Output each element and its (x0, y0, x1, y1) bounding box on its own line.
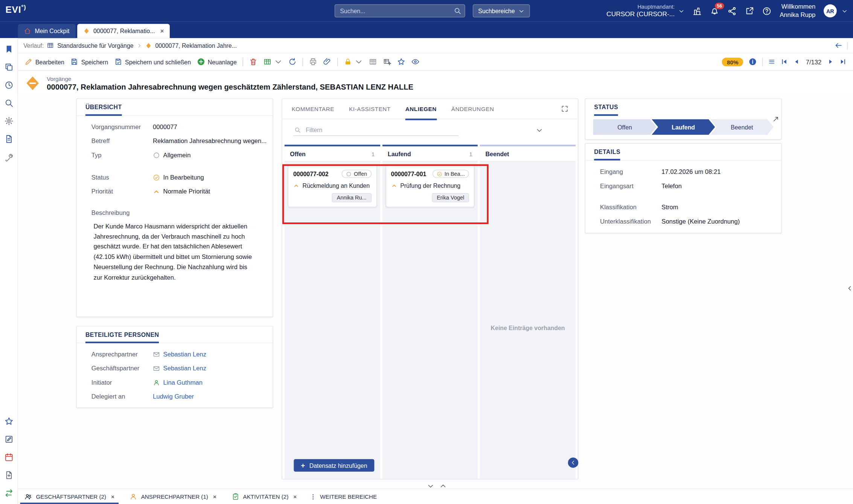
paperclip-icon (323, 58, 332, 66)
list-menu-button[interactable] (768, 58, 775, 65)
tab-close-icon[interactable]: × (213, 493, 216, 500)
help-button[interactable] (762, 6, 772, 16)
open-external-button[interactable] (745, 6, 754, 16)
tab-ki-assistent[interactable]: KI-ASSISTENT (349, 99, 391, 119)
dock-arrow-icon[interactable] (772, 115, 780, 123)
search-icon[interactable] (454, 7, 461, 15)
save-and-close-button[interactable]: Speichern und schließen (114, 58, 191, 66)
new-record-button[interactable]: Neuanlage (197, 58, 237, 66)
field-row: Vorgangsnummer0000077 (77, 120, 273, 134)
chevron-up-icon[interactable] (440, 483, 447, 490)
status-step-offen[interactable]: Offen (593, 119, 657, 135)
tenant-chevron-icon[interactable] (678, 8, 684, 14)
tab-anliegen[interactable]: ANLIEGEN (405, 99, 437, 120)
share-button[interactable] (727, 6, 737, 16)
watch-button[interactable] (411, 58, 420, 66)
collapse-panel-button[interactable] (568, 457, 578, 467)
info-icon[interactable] (749, 58, 757, 66)
sidebar-tools-button[interactable] (4, 152, 14, 162)
tab-aenderungen[interactable]: ÄNDERUNGEN (451, 99, 494, 119)
person-link[interactable]: Ludwig Gruber (153, 393, 194, 400)
sidebar-search-button[interactable] (4, 99, 14, 108)
tab-close-icon[interactable]: × (293, 493, 297, 500)
tab-uebersicht[interactable]: ÜBERSICHT (85, 104, 122, 116)
add-record-button[interactable]: +Datensatz hinzufügen (294, 459, 374, 472)
breadcrumb-item-record[interactable]: 0000077, Reklamation Jahre... (155, 42, 237, 49)
mail-icon (153, 365, 160, 372)
status-step-beendet[interactable]: Beendet (710, 119, 774, 135)
edit-button[interactable]: Bearbeiten (24, 58, 64, 66)
welcome-line2: Annika Rupp (780, 11, 815, 19)
breadcrumb: Verlauf: Standardsuche für Vorgänge 0000… (18, 38, 853, 53)
refresh-button[interactable] (288, 58, 297, 66)
sidebar-bookmarks-button[interactable] (4, 45, 14, 54)
first-record-button[interactable] (781, 58, 788, 65)
more-areas-button[interactable]: WEITERE BEREICHE (310, 489, 377, 504)
expand-icon[interactable] (561, 105, 568, 113)
breadcrumb-item-search[interactable]: Standardsuche für Vorgänge (57, 42, 133, 49)
tab-mein-cockpit[interactable]: Mein Cockpit (18, 24, 76, 38)
toolbar-right: 80% 7/132 (722, 57, 847, 66)
chevron-down-icon[interactable] (536, 127, 543, 134)
assignee-tag: Erika Vogel (432, 193, 469, 203)
person-link[interactable]: Lina Guthman (163, 379, 203, 385)
sidebar-history-button[interactable] (4, 81, 14, 90)
tab-kommentare[interactable]: KOMMENTARE (292, 99, 334, 119)
tab-record[interactable]: 0000077, Reklamatio... × (77, 24, 170, 38)
search-areas-button[interactable]: Suchbereiche (473, 5, 530, 18)
issue-card[interactable]: 0000077-002 Offen Rückmeldung an Kunden … (288, 165, 377, 207)
avatar[interactable]: AR (824, 5, 837, 18)
priority-caret-icon (391, 183, 397, 189)
issue-card[interactable]: 0000077-001 In Bea... Prüfung der Rechnu… (385, 165, 475, 207)
main-row: Verlauf: Standardsuche für Vorgänge 0000… (0, 38, 853, 504)
export-button[interactable] (264, 58, 283, 66)
filter-field[interactable] (293, 125, 458, 136)
sidebar-settings-button[interactable] (4, 116, 14, 126)
sidebar-copy-button[interactable] (4, 62, 14, 72)
sidebar-documents-button[interactable] (4, 134, 14, 144)
sidebar-notes-button[interactable] (4, 435, 14, 444)
sidebar-calendar-button[interactable] (4, 452, 14, 462)
field-label: Status (91, 174, 153, 180)
bottom-tab-ansprechpartner[interactable]: ANSPRECHPARTNER (1) × (128, 489, 219, 504)
notifications-button[interactable]: 56 (710, 6, 719, 16)
sidebar-favorites-button[interactable] (4, 417, 14, 426)
bottom-tab-geschaeftspartner[interactable]: GESCHÄFTSPARTNER (2) × (22, 489, 116, 504)
previous-record-button[interactable] (793, 58, 800, 65)
add-to-table-button[interactable] (383, 58, 391, 66)
last-record-button[interactable] (839, 58, 847, 65)
issues-tabs: KOMMENTARE KI-ASSISTENT ANLIEGEN ÄNDERUN… (282, 99, 578, 119)
delete-button[interactable] (249, 58, 257, 66)
bottom-tab-aktivitaeten[interactable]: AKTIVITÄTEN (2) × (229, 489, 299, 504)
skip-first-icon (781, 58, 788, 65)
breadcrumb-actions (835, 41, 848, 50)
attachments-button[interactable] (323, 58, 332, 66)
save-button[interactable]: Speichern (70, 58, 108, 66)
field-row: TypAllgemein (77, 148, 273, 162)
search-input[interactable] (335, 5, 465, 18)
global-search[interactable] (335, 5, 465, 18)
user-menu-chevron-icon[interactable] (842, 8, 848, 14)
tenant-selector[interactable]: Hauptmandant: CURSOR (CURSOR-... (606, 4, 675, 18)
filter-input[interactable] (305, 126, 457, 134)
organization-button[interactable] (693, 6, 702, 16)
print-button[interactable] (309, 58, 317, 66)
tab-close-icon[interactable]: × (160, 28, 164, 34)
quality-badge[interactable]: 80% (722, 57, 743, 66)
sidebar-new-document-button[interactable] (4, 471, 14, 480)
chevron-down-icon[interactable] (427, 483, 434, 490)
history-back-icon[interactable] (835, 41, 843, 50)
record-pager: 7/132 (806, 58, 822, 65)
next-record-button[interactable] (827, 58, 834, 65)
field-value: Strom (661, 204, 678, 210)
table-icon (369, 58, 377, 66)
person-link[interactable]: Sebastian Lenz (163, 351, 207, 357)
status-step-laufend[interactable]: Laufend (652, 119, 715, 135)
favorite-button[interactable] (397, 58, 405, 66)
edge-splitter-handle[interactable] (847, 285, 853, 291)
lock-button[interactable] (344, 58, 363, 66)
tab-close-icon[interactable]: × (111, 493, 114, 500)
table-view-button[interactable] (369, 58, 377, 66)
person-link[interactable]: Sebastian Lenz (163, 365, 207, 372)
sidebar-swap-button[interactable] (4, 489, 14, 498)
